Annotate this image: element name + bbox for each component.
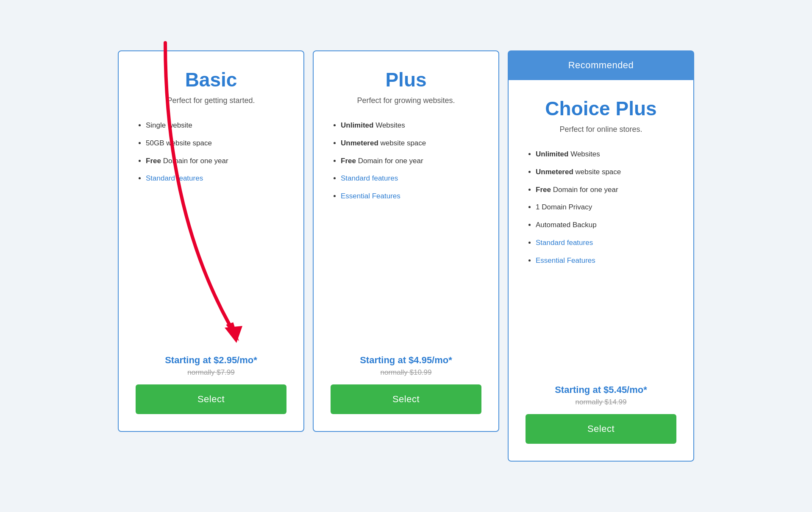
feature-plus-3: Free Domain for one year: [341, 156, 481, 166]
price-current-basic: Starting at $2.95/mo*: [136, 355, 286, 366]
plan-name-choice-plus: Choice Plus: [526, 97, 676, 120]
plan-card-choice-plus: Choice Plus Perfect for online stores. U…: [508, 80, 694, 462]
plan-name-basic: Basic: [136, 68, 286, 91]
price-original-choice-plus: normally $14.99: [526, 398, 676, 406]
features-list-choice-plus: Unlimited Websites Unmetered website spa…: [526, 149, 676, 372]
plan-tagline-basic: Perfect for getting started.: [136, 96, 286, 105]
plan-tagline-plus: Perfect for growing websites.: [331, 96, 481, 105]
feature-plus-2: Unmetered website space: [341, 138, 481, 148]
recommended-badge: Recommended: [508, 50, 694, 80]
pricing-section-choice-plus: Starting at $5.45/mo* normally $14.99 Se…: [526, 384, 676, 444]
pricing-section-plus: Starting at $4.95/mo* normally $10.99 Se…: [331, 355, 481, 414]
feature-cp-7: Essential Features: [536, 256, 676, 266]
feature-cp-4: 1 Domain Privacy: [536, 202, 676, 212]
price-original-basic: normally $7.99: [136, 368, 286, 377]
select-button-basic[interactable]: Select: [136, 384, 286, 414]
recommended-wrapper: Recommended Choice Plus Perfect for onli…: [508, 50, 694, 462]
pricing-section-basic: Starting at $2.95/mo* normally $7.99 Sel…: [136, 355, 286, 414]
feature-plus-4: Standard features: [341, 173, 481, 184]
feature-cp-3: Free Domain for one year: [536, 185, 676, 195]
feature-cp-5: Automated Backup: [536, 220, 676, 230]
feature-cp-2: Unmetered website space: [536, 167, 676, 177]
select-button-choice-plus[interactable]: Select: [526, 414, 676, 444]
feature-cp-6: Standard features: [536, 238, 676, 248]
plan-card-plus: Plus Perfect for growing websites. Unlim…: [313, 50, 499, 432]
plan-tagline-choice-plus: Perfect for online stores.: [526, 125, 676, 134]
feature-plus-5: Essential Features: [341, 191, 481, 201]
feature-plus-1: Unlimited Websites: [341, 120, 481, 131]
price-original-plus: normally $10.99: [331, 368, 481, 377]
plan-card-basic: Basic Perfect for getting started. Singl…: [118, 50, 304, 432]
features-list-plus: Unlimited Websites Unmetered website spa…: [331, 120, 481, 342]
feature-basic-1: Single website: [146, 120, 286, 131]
feature-basic-3: Free Domain for one year: [146, 156, 286, 166]
pricing-container: Basic Perfect for getting started. Singl…: [109, 50, 703, 462]
features-list-basic: Single website 50GB website space Free D…: [136, 120, 286, 342]
price-current-choice-plus: Starting at $5.45/mo*: [526, 384, 676, 395]
plan-name-plus: Plus: [331, 68, 481, 91]
select-button-plus[interactable]: Select: [331, 384, 481, 414]
feature-cp-1: Unlimited Websites: [536, 149, 676, 159]
feature-basic-4: Standard features: [146, 173, 286, 184]
price-current-plus: Starting at $4.95/mo*: [331, 355, 481, 366]
feature-basic-2: 50GB website space: [146, 138, 286, 148]
